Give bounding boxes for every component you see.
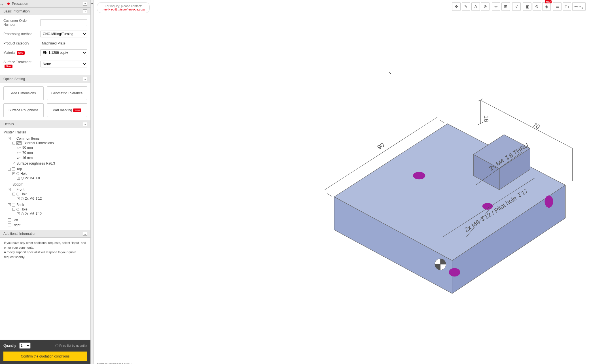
tree-toggle[interactable]: + — [17, 212, 20, 215]
option-setting-header[interactable]: Option Setting ▴ — [0, 75, 90, 83]
surface-treatment-label: Surface TreatmentNew — [3, 60, 40, 68]
confirm-quotation-button[interactable]: Confirm the quotation conditions — [3, 352, 87, 361]
face-top[interactable]: Top — [16, 167, 22, 171]
part-name: Muster Frästeil — [3, 130, 87, 134]
3d-viewport[interactable]: 90 70 16 2x M4 ↧8 THRU 2x M6 ↧12 / Pilot… — [94, 15, 589, 359]
quantity-select[interactable]: 1 — [19, 342, 31, 349]
tree-toggle[interactable]: − — [8, 188, 11, 191]
3d-model-svg: 90 70 16 2x M4 ↧8 THRU 2x M6 ↧12 / Pilot… — [94, 15, 589, 359]
tolerance-tool-icon[interactable]: ⊘ — [533, 2, 541, 11]
dimension-show-all-icon[interactable]: ⊞ — [501, 2, 510, 11]
hole-icon — [16, 193, 19, 195]
quantity-label: Quantity — [3, 344, 16, 348]
dim-y[interactable]: 70 mm — [22, 151, 33, 155]
hole-node[interactable]: Hole — [20, 207, 27, 211]
processing-method-select[interactable]: CNC-Milling/Turning — [40, 31, 87, 37]
inquiry-email[interactable]: meviy-eu@misumi-europe.com — [102, 8, 145, 11]
tree-toggle[interactable]: − — [8, 137, 11, 140]
sidebar-collapse-left[interactable]: ▸◂ — [0, 2, 3, 7]
dimension-delete-icon[interactable]: ⊗ — [481, 2, 490, 11]
dim-90-label: 90 — [376, 141, 385, 151]
surface-tool-icon[interactable]: √ — [512, 2, 521, 11]
cube-icon — [8, 183, 11, 186]
origin-gizmo — [435, 259, 446, 270]
cube-icon — [8, 218, 11, 222]
hole-icon — [21, 197, 24, 200]
note-1: Surface roughness Ra6.3 — [97, 362, 586, 364]
precaution-title: Precaution — [12, 2, 28, 6]
tree-toggle[interactable]: − — [8, 168, 11, 171]
dimension-hide-icon[interactable]: ⇹ — [492, 2, 500, 11]
part-marking-button[interactable]: Part markingNew — [47, 103, 87, 117]
move-tool-icon[interactable]: ✥ — [452, 2, 461, 11]
hole-icon — [16, 208, 19, 211]
hole-back-spec[interactable]: 2x M6 ↧12 — [25, 212, 42, 216]
x-axis-icon: X↔ — [17, 146, 21, 149]
sidebar-collapse-right[interactable]: ◂▸ — [91, 0, 94, 364]
tree-toggle[interactable]: − — [12, 142, 15, 144]
additional-info-title: Additional Information — [3, 232, 36, 236]
precaution-header[interactable]: Precaution ▾ — [0, 0, 90, 8]
face-right[interactable]: Right — [12, 223, 20, 227]
feature-tool-icon[interactable]: ◈New — [542, 2, 551, 11]
product-category-label: Product category — [3, 41, 40, 45]
face-left[interactable]: Left — [12, 218, 18, 222]
y-axis-icon: Y↔ — [17, 151, 21, 154]
surface-treatment-select[interactable]: None — [40, 61, 87, 67]
additional-info-header[interactable]: Additional Information ▴ — [0, 230, 90, 238]
dim-z[interactable]: 16 mm — [22, 156, 33, 160]
chevron-up-icon: ▴ — [83, 9, 87, 13]
surface-roughness-button[interactable]: Surface Roughness — [3, 103, 44, 117]
cursor-icon: ↖ — [388, 71, 392, 75]
hole-node[interactable]: Hole — [20, 192, 27, 196]
tree-toggle[interactable]: − — [12, 208, 15, 211]
chevron-down-icon: ▾ — [83, 2, 87, 6]
surf-rough-node[interactable]: Surface roughness Ra6.3 — [16, 161, 55, 165]
datum-tool-icon[interactable]: ▣ — [523, 2, 531, 11]
order-number-input[interactable] — [40, 19, 87, 26]
hole-node[interactable]: Hole — [20, 172, 27, 176]
cube-icon — [12, 167, 15, 171]
cube-icon — [12, 203, 15, 207]
product-category-value: Machined Plate — [40, 41, 65, 45]
hole-feature — [545, 195, 553, 208]
hole-feature — [413, 172, 425, 180]
cube-icon — [8, 223, 11, 227]
dimension-text-icon[interactable]: A — [471, 2, 480, 11]
tree-toggle[interactable]: + — [17, 177, 20, 180]
extras-tool-icon[interactable]: extras⊕ — [572, 2, 586, 11]
additional-text-1: If you have any other additional request… — [4, 240, 86, 250]
geometric-tolerance-button[interactable]: Geometric Tolerance — [47, 86, 87, 100]
hole-front-spec[interactable]: 2x M6 ↧12 — [25, 197, 42, 201]
check-icon: ✓ — [12, 161, 15, 165]
face-bottom[interactable]: Bottom — [12, 182, 23, 186]
price-list-link[interactable]: ⓘ Price list by quantity — [55, 344, 87, 348]
tree-toggle[interactable]: − — [12, 172, 15, 175]
hole-icon — [16, 172, 19, 175]
inquiry-contact-box: For inquiry, please contact: meviy-eu@mi… — [97, 2, 150, 13]
new-badge: New — [73, 108, 81, 112]
chevron-up-icon: ▴ — [83, 232, 87, 236]
text-size-icon[interactable]: Tᴛ — [563, 2, 571, 11]
hole-top-spec[interactable]: 2x M4 ↧8 — [25, 176, 40, 180]
dimension-edit-icon[interactable]: ✎ — [462, 2, 470, 11]
measure-tool-icon[interactable]: ▭ — [553, 2, 562, 11]
tree-toggle[interactable]: − — [12, 193, 15, 195]
new-badge: New — [5, 65, 12, 68]
chevron-up-icon: ▴ — [83, 77, 87, 81]
dim-x[interactable]: 90 mm — [22, 146, 33, 150]
svg-line-8 — [327, 193, 332, 196]
tree-toggle[interactable]: + — [17, 197, 20, 200]
viewport-footer-notes: Surface roughness Ra6.3 Models with edge… — [94, 359, 589, 364]
hole-feature — [482, 203, 493, 210]
common-items-node[interactable]: Common Items — [16, 137, 39, 141]
face-back[interactable]: Back — [16, 203, 24, 207]
basic-info-header[interactable]: Basic Information ▴ — [0, 8, 90, 15]
face-front[interactable]: Front — [16, 188, 24, 191]
add-dimensions-button[interactable]: Add Dimensions — [3, 86, 44, 100]
ext-dim-node[interactable]: External Dimensions — [23, 141, 54, 145]
tree-toggle[interactable]: − — [8, 203, 11, 206]
material-select[interactable]: EN 1.1206 equiv. — [40, 49, 87, 56]
details-header[interactable]: Details ▴ — [0, 120, 90, 128]
svg-line-9 — [440, 120, 445, 123]
